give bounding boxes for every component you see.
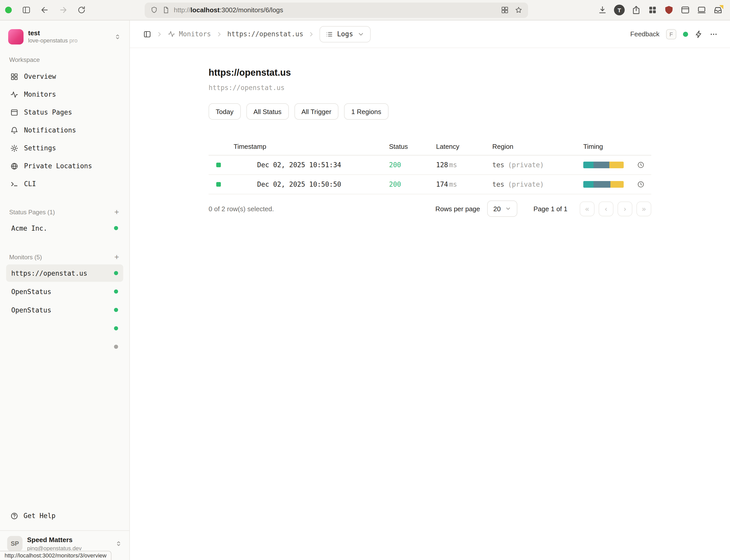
reload-icon[interactable] [75, 3, 88, 17]
monitor-item[interactable]: OpenStatus [6, 283, 123, 300]
sidebar-item-monitors[interactable]: Monitors [6, 85, 123, 103]
last-page-button[interactable]: » [636, 201, 651, 216]
column-header[interactable]: Region [492, 143, 583, 150]
panel-top-icon [10, 108, 18, 116]
workspace-section-label: Workspace [9, 56, 120, 63]
download-icon[interactable] [598, 5, 607, 15]
chevron-right-icon [156, 30, 163, 38]
add-status-page-button[interactable]: + [113, 208, 120, 216]
app: test love-openstatuspro Workspace Overvi… [0, 20, 730, 560]
filter-regions-button[interactable]: 1 Regions [344, 103, 388, 120]
status-dot [114, 226, 118, 230]
timing-segment-ttfb [609, 162, 624, 168]
page-subtitle: https://openstat.us [209, 84, 651, 92]
get-help-link[interactable]: Get Help [6, 506, 123, 526]
page-title: https://openstat.us [209, 68, 651, 78]
previous-page-button[interactable]: ‹ [599, 201, 613, 216]
traffic-light-green[interactable] [5, 7, 12, 13]
page-size-select[interactable]: 20 [487, 200, 517, 217]
ublock-shield-icon[interactable] [664, 5, 674, 15]
back-icon[interactable] [38, 3, 51, 17]
url-bar[interactable]: http://localhost:3002/monitors/6/logs [145, 2, 528, 18]
workspace-avatar [8, 29, 24, 44]
sidebar-item-settings[interactable]: Settings [6, 139, 123, 157]
timing-cell [583, 181, 630, 188]
url-text[interactable]: http://localhost:3002/monitors/6/logs [174, 6, 283, 14]
sidebar-toggle-icon[interactable] [19, 3, 33, 17]
pagination: « ‹ › » [580, 201, 651, 216]
page-icon[interactable] [162, 6, 170, 14]
workspace-org: love-openstatus [28, 38, 68, 44]
status-ok-square [216, 163, 221, 167]
filter-status-button[interactable]: All Status [246, 103, 289, 120]
sidebar-item-label: Private Locations [24, 162, 92, 170]
breadcrumb-monitor-url[interactable]: https://openstat.us [227, 30, 303, 38]
profile-badge[interactable]: T [614, 5, 625, 15]
screen: http://localhost:3002/monitors/6/logs T [0, 0, 730, 560]
region-cell: tes(private) [492, 181, 583, 188]
sidebar-item-cli[interactable]: CLI [6, 175, 123, 193]
panel-toggle-icon[interactable] [143, 30, 151, 38]
lightning-icon[interactable] [695, 30, 703, 38]
status-pulse-dot[interactable] [683, 31, 688, 37]
monitor-label: OpenStatus [11, 306, 51, 314]
column-header[interactable]: Timing [583, 143, 630, 150]
sidebar-item-status-pages[interactable]: Status Pages [6, 103, 123, 121]
breadcrumb-monitors[interactable]: Monitors [168, 30, 211, 38]
monitor-item[interactable]: https://openstat.us [6, 264, 123, 282]
logs-label: Logs [337, 30, 353, 38]
column-header[interactable]: Latency [436, 143, 492, 150]
extensions-grid-icon[interactable] [648, 5, 657, 15]
more-options-icon[interactable] [710, 30, 718, 38]
latency-cell: 174ms [436, 181, 492, 188]
feedback-link[interactable]: Feedback [630, 30, 659, 38]
status-pages-section-label: Status Pages (1) [9, 209, 55, 216]
devices-icon[interactable] [697, 5, 706, 15]
share-icon[interactable] [631, 5, 641, 15]
filter-date-button[interactable]: Today [209, 103, 241, 120]
gear-icon [10, 144, 18, 152]
clock-icon[interactable] [630, 181, 651, 188]
column-header[interactable]: Timestamp [229, 143, 389, 150]
sidebar-item-overview[interactable]: Overview [6, 68, 123, 85]
workspace-switcher[interactable]: test love-openstatuspro [6, 26, 123, 48]
first-page-button[interactable]: « [580, 201, 594, 216]
sidebar-item-notifications[interactable]: Notifications [6, 121, 123, 139]
timing-segment-ttfb [610, 181, 624, 188]
reader-grid-icon[interactable] [501, 6, 509, 14]
sidebar-item-private-locations[interactable]: Private Locations [6, 157, 123, 175]
status-page-item[interactable]: Acme Inc. [6, 219, 123, 237]
shield-icon[interactable] [150, 6, 158, 14]
chevrons-up-down-icon [114, 33, 121, 40]
forward-icon[interactable] [56, 3, 70, 17]
timing-segment-connect [593, 162, 609, 168]
content: https://openstat.us https://openstat.us … [209, 48, 651, 217]
terminal-icon [10, 180, 18, 188]
downloads-tray-icon[interactable] [713, 5, 723, 15]
timing-segment-connect [593, 181, 610, 188]
url-path: :3002/monitors/6/logs [220, 6, 283, 14]
next-page-button[interactable]: › [617, 201, 632, 216]
sidebar: test love-openstatuspro Workspace Overvi… [0, 20, 130, 560]
timing-cell [583, 162, 630, 168]
clock-icon[interactable] [630, 161, 651, 169]
table-row[interactable]: Dec 02, 2025 10:51:34 200 128ms tes(priv… [209, 155, 651, 175]
monitor-item[interactable]: OpenStatus [6, 301, 123, 319]
status-cell: 200 [389, 161, 436, 169]
timestamp-cell: Dec 02, 2025 10:50:50 [229, 181, 389, 188]
sidebar-item-label: Overview [24, 73, 56, 80]
add-monitor-button[interactable]: + [113, 253, 120, 261]
browser-chrome: http://localhost:3002/monitors/6/logs T [0, 0, 730, 20]
monitor-item[interactable] [6, 320, 123, 337]
table-row[interactable]: Dec 02, 2025 10:50:50 200 174ms tes(priv… [209, 175, 651, 194]
main-header: Monitors https://openstat.us Logs Feedba… [130, 20, 730, 48]
monitor-item[interactable] [6, 338, 123, 355]
chevrons-up-down-icon [115, 540, 122, 547]
logs-view-dropdown[interactable]: Logs [320, 26, 370, 42]
window-icon[interactable] [680, 5, 690, 15]
logs-table: Timestamp Status Latency Region Timing D… [209, 138, 651, 217]
filter-trigger-button[interactable]: All Trigger [294, 103, 339, 120]
globe-icon [10, 162, 18, 170]
bookmark-star-icon[interactable] [515, 6, 522, 14]
column-header[interactable]: Status [389, 143, 436, 150]
